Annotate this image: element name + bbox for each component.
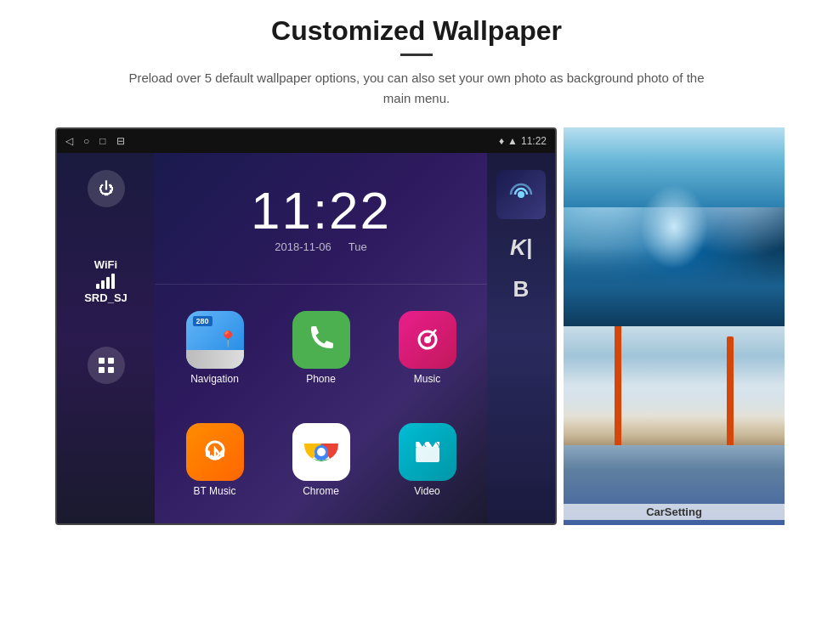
signal-wave-icon	[507, 180, 536, 209]
android-screen: ◁ ○ □ ⊟ ♦ ▲ 11:22 ⏻ WiFi	[55, 127, 557, 525]
signal-icon-box	[496, 170, 546, 219]
location-icon: ♦	[499, 135, 504, 147]
ice-glow	[640, 184, 708, 269]
video-label: Video	[414, 485, 439, 497]
wifi-network: SRD_SJ	[84, 291, 128, 304]
navigation-app-icon: 280 📍	[186, 311, 244, 369]
apps-grid: 280 📍 Navigation	[155, 285, 487, 523]
clock-day: Tue	[348, 240, 367, 253]
svg-point-12	[317, 448, 326, 456]
page-title: Customized Wallpaper	[271, 15, 562, 47]
wallpaper-thumbnails: CarSetting	[564, 127, 785, 525]
bluetooth-headphones-icon	[198, 435, 232, 469]
svg-rect-7	[206, 450, 210, 457]
bridge-scene-image	[564, 326, 785, 525]
bridge-sky	[564, 326, 785, 426]
music-note-icon	[411, 323, 445, 357]
app-item-video[interactable]: Video	[377, 408, 477, 514]
screenshot-nav-icon[interactable]: ⊟	[116, 135, 125, 147]
svg-point-18	[518, 191, 524, 198]
music-label: Music	[414, 373, 440, 385]
right-panel: K| B	[487, 153, 555, 523]
sidebar: ⏻ WiFi SRD_SJ	[57, 153, 155, 523]
music-app-icon	[399, 311, 456, 369]
status-bar-left: ◁ ○ □ ⊟	[65, 135, 125, 147]
wallpaper-car-setting[interactable]: CarSetting	[564, 326, 785, 525]
clock-date: 2018-11-06 Tue	[275, 240, 366, 253]
map-road	[186, 350, 244, 369]
svg-rect-13	[416, 447, 439, 462]
page-container: Customized Wallpaper Preload over 5 defa…	[0, 0, 833, 644]
clock-area: 11:22 2018-11-06 Tue	[155, 153, 487, 285]
car-setting-label: CarSetting	[564, 504, 785, 520]
power-button[interactable]: ⏻	[88, 170, 125, 207]
phone-icon	[304, 323, 338, 357]
svg-rect-2	[99, 367, 105, 373]
phone-app-icon	[292, 311, 350, 369]
chrome-icon	[299, 430, 343, 474]
wifi-info: WiFi SRD_SJ	[84, 258, 128, 304]
grid-icon	[97, 356, 116, 375]
wifi-bar-3	[106, 277, 110, 289]
back-nav-icon[interactable]: ◁	[65, 135, 73, 147]
map-shield: 280	[193, 316, 212, 326]
clock-time: 11:22	[251, 184, 391, 237]
status-bar: ◁ ○ □ ⊟ ♦ ▲ 11:22	[57, 129, 555, 153]
b-icon: B	[513, 276, 530, 302]
app-item-music[interactable]: Music	[377, 295, 477, 401]
btmusic-app-icon	[186, 423, 244, 481]
home-nav-icon[interactable]: ○	[83, 135, 89, 147]
ice-cave-image	[564, 127, 785, 326]
wifi-bar-1	[96, 284, 99, 289]
wifi-bar-4	[111, 274, 115, 289]
svg-rect-8	[220, 450, 224, 457]
status-time: 11:22	[521, 135, 547, 147]
app-item-phone[interactable]: Phone	[271, 295, 371, 401]
svg-rect-3	[108, 367, 114, 373]
wallpaper-ice-cave[interactable]	[564, 127, 785, 326]
bridge-tower-2	[727, 336, 734, 446]
phone-label: Phone	[306, 373, 336, 385]
navigation-label: Navigation	[190, 373, 239, 385]
app-item-navigation[interactable]: 280 📍 Navigation	[165, 295, 264, 401]
app-item-chrome[interactable]: Chrome	[271, 408, 371, 514]
svg-rect-0	[99, 358, 105, 364]
page-subtitle: Preload over 5 default wallpaper options…	[128, 68, 706, 109]
content-area: ◁ ○ □ ⊟ ♦ ▲ 11:22 ⏻ WiFi	[55, 127, 778, 525]
app-item-btmusic[interactable]: BT Music	[165, 408, 264, 514]
btmusic-label: BT Music	[194, 485, 236, 497]
k-icon: K|	[510, 234, 532, 261]
wifi-signal-icon: ▲	[507, 135, 518, 147]
svg-marker-14	[416, 442, 439, 447]
map-pin-icon: 📍	[218, 330, 237, 348]
svg-rect-1	[108, 358, 114, 364]
clock-date-value: 2018-11-06	[275, 240, 332, 253]
video-app-icon	[399, 423, 456, 481]
main-content: ⏻ WiFi SRD_SJ	[57, 153, 555, 523]
center-panel: 11:22 2018-11-06 Tue 280	[155, 153, 487, 523]
status-bar-right: ♦ ▲ 11:22	[499, 135, 547, 147]
apps-grid-button[interactable]	[88, 347, 125, 384]
wifi-label: WiFi	[94, 258, 117, 271]
title-divider	[400, 54, 433, 56]
wifi-bars	[96, 274, 115, 289]
wifi-bar-2	[101, 280, 105, 289]
bridge-tower-1	[615, 326, 621, 445]
chrome-app-icon	[292, 423, 350, 481]
video-clapper-icon	[411, 435, 445, 469]
recents-nav-icon[interactable]: □	[99, 135, 105, 147]
chrome-label: Chrome	[303, 485, 339, 497]
